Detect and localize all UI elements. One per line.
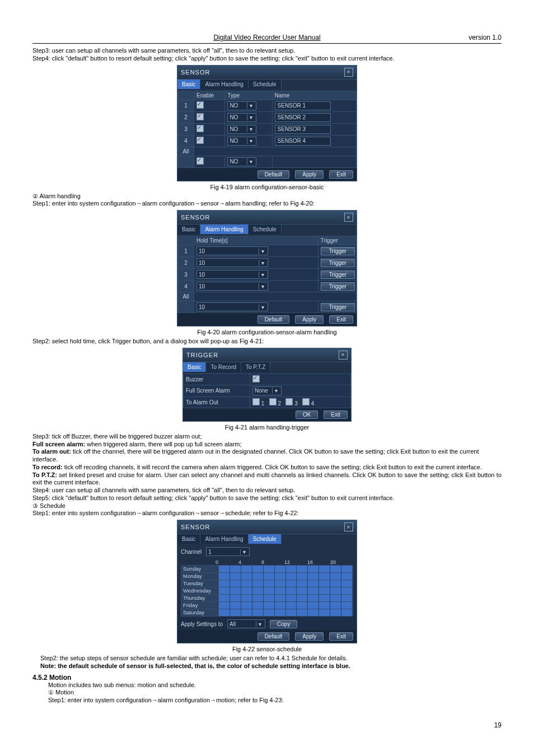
hold-select[interactable]: 10▾ (196, 270, 268, 279)
sensor-alarm-handling-panel: SENSOR × Basic Alarm Handling Schedule H… (177, 210, 357, 326)
col-hold: Hold Time[s] (194, 236, 318, 245)
channel-select[interactable]: 1▾ (206, 547, 250, 556)
day-label[interactable]: Wednesday (181, 587, 219, 595)
trigger-button[interactable]: Trigger (321, 270, 355, 279)
after421-step4: Step4: user can setup all channels with … (32, 487, 502, 494)
enable-checkbox[interactable] (196, 137, 204, 144)
chevron-down-icon: ▾ (259, 283, 266, 290)
tab-to-record[interactable]: To Record (206, 362, 241, 372)
trigger-all-button[interactable]: Trigger (321, 303, 355, 311)
table-row: 1 NO▾ SENSOR 1 (178, 100, 357, 111)
default-button[interactable]: Default (257, 315, 290, 324)
close-icon[interactable]: × (339, 351, 348, 360)
motion-step1: Step1: enter into system configuration→a… (48, 697, 502, 704)
tab-basic[interactable]: Basic (183, 362, 206, 372)
exit-button[interactable]: Exit (329, 632, 353, 641)
after421-tp: To P.T.Z: set linked preset and cruise f… (32, 472, 502, 487)
chevron-down-icon: ▾ (259, 260, 266, 266)
name-field[interactable]: SENSOR 3 (275, 125, 331, 134)
day-label[interactable]: Sunday (181, 565, 219, 573)
apply-button[interactable]: Apply (295, 632, 324, 641)
hold-select[interactable]: 10▾ (196, 258, 268, 267)
tabs-row: Basic Alarm Handling Schedule (177, 80, 357, 91)
table-row: 3 NO▾ SENSOR 3 (178, 123, 357, 135)
after421-step5: Step5: click "default" button to resort … (32, 494, 502, 502)
tab-schedule[interactable]: Schedule (249, 80, 282, 89)
after421-fsa: Full screen alarm: when triggered alarm,… (32, 441, 502, 449)
schedule-grid[interactable]: 0 4 8 12 16 20 Sunday Monday Tuesday Wed… (177, 558, 357, 618)
tab-alarm-handling[interactable]: Alarm Handling (200, 225, 248, 234)
name-field[interactable]: SENSOR 2 (275, 113, 331, 122)
day-label[interactable]: Tuesday (181, 580, 219, 587)
default-button[interactable]: Default (257, 632, 290, 641)
after421-step3: Step3: tick off Buzzer, there will be tr… (32, 433, 502, 441)
name-field[interactable]: SENSOR 4 (275, 137, 331, 146)
exit-button[interactable]: Exit (329, 170, 353, 179)
alarm-handling-table: Hold Time[s] Trigger 1 10▾ Trigger 2 10▾… (177, 236, 357, 313)
tab-alarm-handling[interactable]: Alarm Handling (200, 534, 248, 544)
fig421-caption: Fig 4-21 alarm handling-trigger (32, 424, 502, 431)
type-all-select[interactable]: NO▾ (227, 157, 256, 166)
apply-button[interactable]: Apply (295, 170, 324, 179)
type-select[interactable]: NO▾ (227, 125, 256, 134)
exit-button[interactable]: Exit (324, 410, 348, 419)
table-row: 3 10▾ Trigger (178, 269, 357, 281)
close-icon[interactable]: × (344, 522, 353, 531)
alarm-out-checkbox[interactable] (269, 398, 277, 405)
apply-to-select[interactable]: All▾ (227, 619, 265, 628)
tab-basic[interactable]: Basic (177, 534, 200, 544)
type-select[interactable]: NO▾ (227, 101, 256, 110)
day-label[interactable]: Thursday (181, 594, 219, 602)
tab-basic[interactable]: Basic (177, 225, 200, 234)
table-row-all: All (178, 147, 357, 156)
tab-schedule[interactable]: Schedule (249, 225, 282, 234)
enable-checkbox[interactable] (196, 125, 204, 132)
default-button[interactable]: Default (257, 170, 290, 179)
buzzer-checkbox[interactable] (252, 375, 260, 382)
ok-button[interactable]: OK (296, 410, 318, 419)
hold-select[interactable]: 10▾ (196, 246, 268, 255)
table-row: 2 NO▾ SENSOR 2 (178, 111, 357, 123)
enable-checkbox[interactable] (196, 101, 204, 109)
day-label[interactable]: Monday (181, 572, 219, 580)
table-row-all: All (178, 292, 357, 301)
trigger-table: Buzzer Full Screen Alarm None▾ To Alarm … (183, 374, 351, 408)
fsa-select[interactable]: None▾ (252, 386, 282, 395)
type-select[interactable]: NO▾ (227, 137, 256, 146)
apply-button[interactable]: Apply (295, 315, 324, 324)
enable-checkbox[interactable] (196, 113, 204, 120)
fsa-label: Full Screen Alarm (184, 385, 250, 396)
panel-title-text: SENSOR (181, 69, 210, 76)
table-row-all: 10▾ Trigger (178, 301, 357, 313)
day-label[interactable]: Friday (181, 601, 219, 609)
tab-alarm-handling[interactable]: Alarm Handling (200, 80, 248, 89)
alarm-out-checkbox[interactable] (252, 398, 260, 405)
name-field[interactable]: SENSOR 1 (275, 101, 331, 110)
tab-schedule[interactable]: Schedule (249, 534, 282, 544)
chevron-down-icon: ▾ (259, 272, 266, 278)
col-trigger: Trigger (318, 236, 356, 245)
chevron-down-icon: ▾ (259, 248, 266, 254)
day-label[interactable]: Saturday (181, 609, 219, 617)
type-select[interactable]: NO▾ (227, 113, 256, 122)
intro-step4: Step4: click "default" button to resort … (32, 55, 502, 63)
close-icon[interactable]: × (344, 213, 353, 222)
apply-settings-label: Apply Settings to (181, 621, 223, 627)
tab-to-ptz[interactable]: To P.T.Z (241, 362, 270, 372)
alarm-handling-step1: Step1: enter into system configuration→a… (32, 200, 502, 208)
tab-basic[interactable]: Basic (177, 80, 200, 89)
alarm-out-checkbox[interactable] (285, 398, 293, 405)
hold-select[interactable]: 10▾ (196, 282, 268, 291)
trigger-button[interactable]: Trigger (321, 247, 355, 255)
copy-button[interactable]: Copy (270, 620, 297, 628)
motion-num: ① Motion (48, 689, 502, 697)
trigger-button[interactable]: Trigger (321, 282, 355, 291)
trigger-button[interactable]: Trigger (321, 259, 355, 267)
enable-all-checkbox[interactable] (196, 157, 204, 165)
alarm-out-checkbox[interactable] (302, 398, 310, 405)
hold-all-select[interactable]: 10▾ (196, 302, 268, 311)
table-row-all: NO▾ (178, 156, 357, 167)
exit-button[interactable]: Exit (329, 315, 353, 324)
close-icon[interactable]: × (344, 68, 353, 77)
after422-step2: Step2: the setup steps of sensor schedul… (40, 655, 502, 662)
